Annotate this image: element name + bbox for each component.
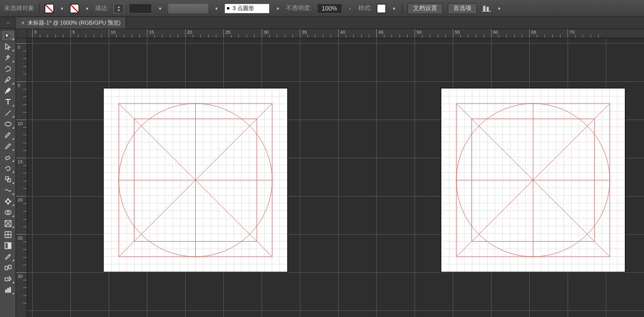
stroke-weight-stepper[interactable]: ▴▾ — [114, 4, 124, 14]
variable-width-dropdown[interactable]: ▾ — [213, 6, 219, 11]
svg-rect-13 — [5, 266, 8, 270]
scale-tool[interactable] — [1, 174, 15, 185]
brush-definition[interactable]: 3 点圆形 — [224, 4, 270, 14]
canvas-viewport[interactable] — [27, 38, 644, 317]
svg-rect-5 — [6, 177, 9, 180]
shape-builder-tool[interactable] — [1, 207, 15, 218]
ellipse-tool[interactable] — [1, 119, 15, 130]
stroke-weight-field[interactable] — [129, 4, 152, 14]
eyedropper-tool[interactable] — [1, 251, 15, 262]
opacity-label: 不透明度: — [286, 4, 311, 13]
svg-rect-19 — [6, 290, 7, 292]
opacity-dropdown[interactable]: › — [347, 6, 353, 11]
svg-rect-14 — [9, 265, 11, 269]
column-graph-tool[interactable] — [1, 284, 15, 295]
expand-panels-handle[interactable]: ›› — [0, 17, 16, 29]
svg-rect-0 — [483, 6, 486, 11]
mesh-tool[interactable] — [1, 229, 15, 240]
lasso-tool[interactable] — [1, 63, 15, 74]
svg-point-16 — [9, 277, 10, 278]
vertical-ruler[interactable] — [16, 38, 27, 317]
brush-name: 3 点圆形 — [232, 5, 254, 12]
workspace — [0, 29, 644, 317]
curvature-tool[interactable] — [1, 85, 15, 96]
svg-rect-6 — [8, 179, 11, 182]
close-tab-icon[interactable]: × — [21, 20, 25, 27]
free-transform-tool[interactable] — [1, 196, 15, 207]
align-dropdown[interactable]: ▾ — [496, 6, 502, 11]
graphic-style-swatch[interactable] — [377, 4, 386, 13]
separator — [402, 3, 403, 14]
artboard[interactable] — [104, 88, 287, 272]
document-setup-button[interactable]: 文档设置 — [408, 3, 443, 14]
svg-rect-12 — [5, 243, 8, 249]
svg-rect-21 — [10, 287, 11, 292]
svg-rect-20 — [8, 288, 9, 292]
option-bar: 未选择对象 ▾ ▾ 描边: ▴▾ ▾ ▾ 3 点圆形 ▾ 不透明度: 100% … — [0, 0, 644, 17]
stroke-dropdown[interactable]: ▾ — [84, 6, 90, 11]
perspective-grid-tool[interactable] — [1, 218, 15, 229]
svg-point-3 — [5, 122, 11, 126]
blend-tool[interactable] — [1, 262, 15, 273]
document-tab[interactable]: × 未标题-1* @ 1600% (RGB/GPU 预览) — [16, 17, 126, 29]
paintbrush-tool[interactable] — [1, 130, 15, 141]
svg-rect-1 — [487, 7, 489, 11]
align-icon[interactable] — [482, 4, 491, 13]
preferences-label: 首选项 — [453, 4, 471, 13]
eraser-tool[interactable] — [1, 152, 15, 163]
fill-dropdown[interactable]: ▾ — [59, 6, 65, 11]
doc-setup-label: 文档设置 — [413, 4, 437, 13]
magic-wand-tool[interactable] — [1, 52, 15, 63]
brush-dot-icon — [227, 7, 229, 10]
svg-rect-15 — [5, 278, 8, 281]
symbol-sprayer-tool[interactable] — [1, 273, 15, 284]
width-tool[interactable] — [1, 185, 15, 196]
selection-tool[interactable] — [1, 30, 15, 41]
style-label: 样式: — [358, 4, 372, 13]
separator — [39, 3, 40, 14]
canvas-area — [16, 29, 644, 317]
svg-point-18 — [9, 280, 10, 281]
document-tab-title: 未标题-1* @ 1600% (RGB/GPU 预览) — [28, 19, 121, 27]
stroke-label: 描边: — [95, 4, 109, 13]
selection-status: 未选择对象 — [4, 4, 34, 13]
fill-swatch[interactable] — [45, 4, 54, 13]
opacity-value: 100% — [321, 5, 337, 12]
ruler-origin[interactable] — [16, 29, 27, 38]
artwork — [104, 88, 287, 272]
stroke-weight-dropdown[interactable]: ▾ — [157, 6, 163, 11]
pen-tool[interactable] — [1, 74, 15, 85]
artboard[interactable] — [441, 88, 625, 272]
stroke-swatch[interactable] — [70, 4, 79, 13]
svg-rect-4 — [5, 156, 10, 160]
tool-panel — [0, 29, 16, 317]
type-tool[interactable] — [1, 96, 15, 108]
variable-width-profile[interactable] — [168, 4, 208, 14]
gradient-tool[interactable] — [1, 240, 15, 251]
document-tab-bar: ›› × 未标题-1* @ 1600% (RGB/GPU 预览) — [0, 17, 644, 29]
graphic-style-dropdown[interactable]: ▾ — [391, 6, 397, 11]
preferences-button[interactable]: 首选项 — [448, 3, 477, 14]
rotate-tool[interactable] — [1, 163, 15, 174]
artwork — [441, 88, 625, 272]
line-tool[interactable] — [1, 108, 15, 119]
horizontal-ruler[interactable] — [27, 29, 644, 38]
opacity-field[interactable]: 100% — [317, 4, 342, 14]
svg-point-17 — [10, 278, 11, 279]
brush-dropdown[interactable]: ▾ — [275, 6, 281, 11]
pencil-tool[interactable] — [1, 141, 15, 152]
direct-selection-tool[interactable] — [1, 41, 15, 52]
